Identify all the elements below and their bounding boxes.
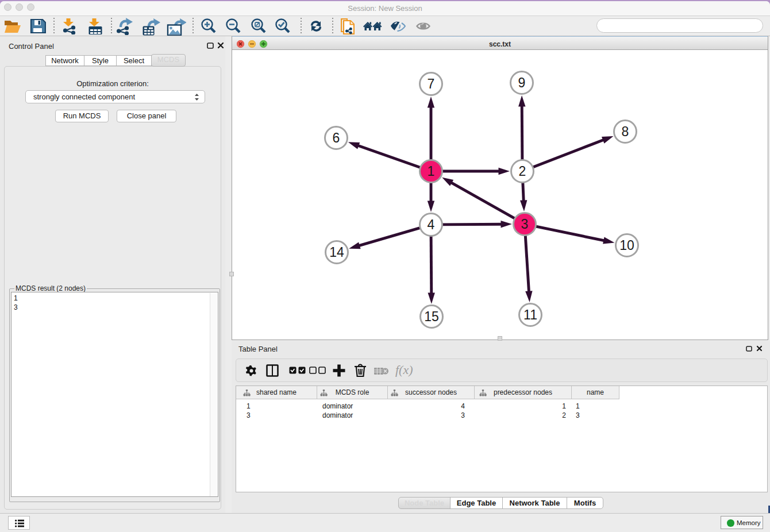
svg-text:11: 11 [523,307,537,322]
svg-text:15: 15 [424,309,439,324]
svg-text:8: 8 [622,124,629,139]
svg-text:2: 2 [519,164,526,179]
svg-text:1: 1 [428,164,435,179]
svg-text:14: 14 [329,245,344,260]
svg-text:4: 4 [428,217,435,232]
svg-text:6: 6 [333,130,340,145]
svg-text:7: 7 [428,76,435,91]
svg-text:3: 3 [521,217,529,232]
svg-text:10: 10 [619,238,634,253]
svg-text:9: 9 [518,75,526,90]
